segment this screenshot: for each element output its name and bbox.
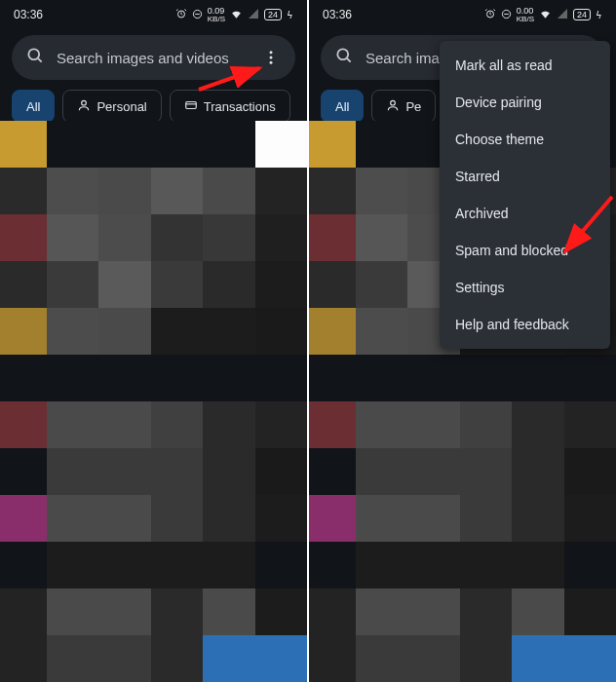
menu-device-pairing[interactable]: Device pairing (440, 84, 610, 121)
menu-spam-blocked[interactable]: Spam and blocked (440, 232, 610, 269)
search-bar[interactable]: Search images and videos (12, 35, 295, 80)
list-row-blurred (309, 588, 616, 635)
menu-help-feedback[interactable]: Help and feedback (440, 306, 610, 343)
chip-transactions-label: Transactions (204, 99, 276, 114)
list-row-blurred (0, 121, 307, 168)
list-row-blurred (0, 214, 307, 261)
list-row-blurred (0, 401, 307, 448)
list-row-blurred (0, 448, 307, 495)
status-time: 03:36 (323, 8, 352, 21)
chip-all[interactable]: All (12, 90, 55, 123)
alarm-icon (484, 8, 496, 21)
screenshot-right: 03:36 0.00 KB/S 24 ϟ (309, 0, 616, 682)
dnd-icon (501, 9, 512, 21)
signal-icon (557, 8, 568, 21)
menu-choose-theme[interactable]: Choose theme (440, 121, 610, 158)
menu-archived[interactable]: Archived (440, 195, 610, 232)
conversation-list-blurred (0, 121, 307, 682)
list-row-blurred (0, 308, 307, 355)
charging-icon: ϟ (596, 10, 602, 20)
data-speed: 0.09 KB/S (208, 7, 225, 23)
chip-all-label: All (335, 99, 349, 114)
chip-personal-label: Personal (96, 99, 146, 114)
screenshot-left: 03:36 0.09 KB/S 24 ϟ (0, 0, 307, 682)
chip-personal[interactable]: Personal (62, 90, 161, 123)
menu-mark-all-read[interactable]: Mark all as read (440, 47, 610, 84)
search-placeholder: Search images and videos (57, 50, 245, 66)
list-row-blurred (0, 355, 307, 401)
menu-settings[interactable]: Settings (440, 269, 610, 306)
status-bar: 03:36 0.09 KB/S 24 ϟ (0, 0, 307, 29)
svg-point-12 (391, 100, 396, 105)
list-row-blurred (309, 542, 616, 588)
signal-icon (248, 8, 259, 21)
data-speed: 0.00 KB/S (517, 7, 534, 23)
status-time: 03:36 (14, 8, 43, 21)
list-row-blurred (0, 542, 307, 588)
person-icon (77, 98, 91, 115)
list-row-blurred (0, 635, 307, 682)
overflow-menu: Mark all as read Device pairing Choose t… (440, 41, 610, 349)
svg-point-11 (337, 49, 348, 59)
card-icon (184, 98, 198, 115)
list-row-blurred (309, 401, 616, 448)
list-row-blurred (309, 448, 616, 495)
svg-point-2 (28, 49, 39, 59)
menu-starred[interactable]: Starred (440, 158, 610, 195)
svg-point-5 (270, 61, 273, 64)
svg-point-3 (270, 51, 273, 54)
overflow-menu-button[interactable] (256, 43, 286, 72)
chip-all-label: All (26, 99, 40, 114)
status-bar: 03:36 0.00 KB/S 24 ϟ (309, 0, 616, 29)
list-row-blurred (0, 588, 307, 635)
chip-personal-label: Pe (405, 99, 421, 114)
status-icons: 0.00 KB/S 24 ϟ (484, 7, 602, 23)
svg-rect-7 (186, 101, 197, 108)
list-row-blurred (0, 168, 307, 214)
person-icon (386, 98, 400, 115)
list-row-blurred (309, 355, 616, 401)
wifi-icon (230, 8, 243, 22)
list-row-blurred (0, 261, 307, 308)
battery-indicator: 24 (573, 9, 591, 20)
search-icon (334, 46, 354, 69)
status-icons: 0.09 KB/S 24 ϟ (175, 7, 293, 23)
chip-personal[interactable]: Pe (371, 90, 436, 123)
list-row-blurred (309, 495, 616, 542)
svg-point-4 (270, 57, 273, 59)
list-row-blurred (0, 495, 307, 542)
alarm-icon (175, 8, 187, 21)
search-icon (25, 46, 45, 69)
svg-point-6 (82, 100, 87, 105)
wifi-icon (539, 8, 552, 22)
list-row-blurred (309, 635, 616, 682)
chip-all[interactable]: All (321, 90, 364, 123)
charging-icon: ϟ (287, 10, 293, 20)
battery-indicator: 24 (264, 9, 282, 20)
dnd-icon (192, 9, 203, 21)
chip-transactions[interactable]: Transactions (170, 90, 290, 123)
